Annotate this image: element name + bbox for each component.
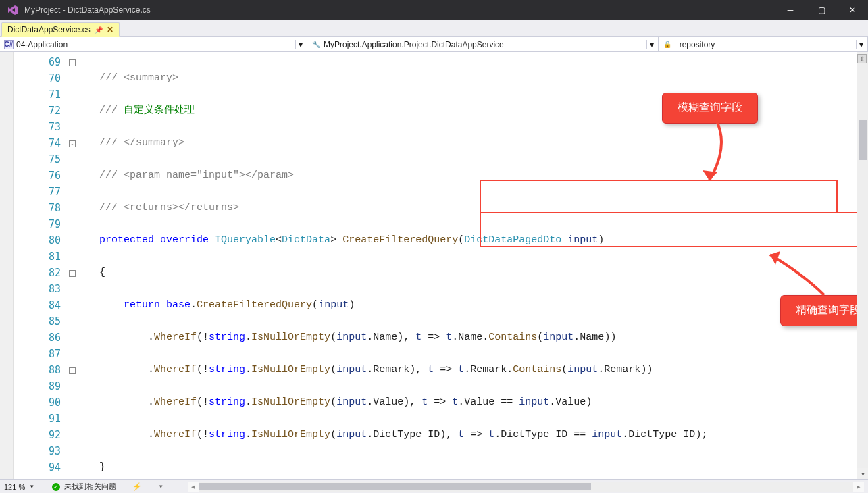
tab-close-icon[interactable]: ✕ — [107, 25, 113, 34]
class-icon: 🔧 — [311, 40, 321, 49]
collapse-icon[interactable]: - — [69, 59, 76, 66]
issues-text[interactable]: 未找到相关问题 — [64, 482, 116, 492]
tab-active[interactable]: DictDataAppService.cs 📌 ✕ — [1, 22, 120, 37]
minimize-button[interactable]: ─ — [775, 0, 806, 20]
scope-selector[interactable]: C# 04-Application ▾ — [0, 37, 307, 51]
scroll-left-icon[interactable]: ◂ — [188, 482, 199, 491]
class-text: MyProject.Application.Project.DictDataAp… — [324, 40, 504, 49]
window-controls: ─ ▢ ✕ — [775, 0, 868, 20]
indicator-margin — [0, 52, 14, 479]
member-selector[interactable]: 🔒 _repository ▾ — [659, 37, 868, 51]
line-number-gutter: 6970717273747576777879808182838485868788… — [14, 52, 68, 479]
member-text: _repository — [675, 40, 715, 49]
highlight-box-exact — [480, 212, 868, 247]
collapse-icon[interactable]: - — [69, 367, 76, 374]
chevron-down-icon: ▾ — [646, 40, 654, 49]
maximize-button[interactable]: ▢ — [806, 0, 837, 20]
lightbulb-icon[interactable]: ⚡ — [132, 482, 142, 492]
scroll-thumb[interactable] — [859, 120, 867, 160]
tab-label: DictDataAppService.cs — [7, 25, 91, 34]
outlining-margin[interactable]: -││││-│││││││ -│││││-││││ — [68, 52, 81, 479]
document-tabs: DictDataAppService.cs 📌 ✕ — [0, 20, 868, 37]
annotation-exact-query: 精确查询字段 — [780, 295, 868, 326]
chevron-down-icon: ▾ — [856, 40, 863, 49]
close-button[interactable]: ✕ — [837, 0, 868, 20]
class-selector[interactable]: 🔧 MyProject.Application.Project.DictData… — [307, 37, 659, 51]
horizontal-scrollbar[interactable]: ◂ ▸ — [188, 482, 864, 492]
vertical-scrollbar[interactable]: ▴ ▾ — [857, 52, 868, 479]
highlight-box-fuzzy — [480, 180, 838, 213]
collapse-icon[interactable]: - — [69, 270, 76, 277]
navigation-bar: C# 04-Application ▾ 🔧 MyProject.Applicat… — [0, 37, 868, 52]
scroll-right-icon[interactable]: ▸ — [853, 482, 864, 491]
csharp-file-icon: C# — [4, 40, 14, 49]
code-editor[interactable]: 6970717273747576777879808182838485868788… — [0, 52, 868, 479]
annotation-fuzzy-query: 模糊查询字段 — [662, 93, 758, 124]
split-handle-icon[interactable]: ⇕ — [857, 54, 867, 63]
status-ok-icon: ✓ — [52, 483, 60, 491]
scroll-down-icon[interactable]: ▾ — [857, 468, 868, 479]
status-bar: 121 % ▼ ✓ 未找到相关问题 ⚡ ▼ ◂ ▸ — [0, 479, 868, 493]
pin-icon[interactable]: 📌 — [95, 26, 103, 34]
code-area[interactable]: /// <summary> /// 自定义条件处理 /// </summary>… — [81, 52, 868, 479]
window-title: MyProject - DictDataAppService.cs — [24, 5, 775, 15]
collapse-icon[interactable]: - — [69, 140, 76, 147]
zoom-level[interactable]: 121 % — [4, 483, 25, 491]
scope-text: 04-Application — [16, 40, 68, 49]
vs-logo-icon — [7, 4, 19, 16]
chevron-down-icon: ▾ — [295, 40, 303, 49]
scroll-thumb[interactable] — [199, 483, 591, 490]
field-icon: 🔒 — [663, 40, 672, 49]
chevron-down-icon[interactable]: ▼ — [158, 484, 163, 490]
zoom-dropdown-icon[interactable]: ▼ — [29, 484, 34, 490]
title-bar: MyProject - DictDataAppService.cs ─ ▢ ✕ — [0, 0, 868, 20]
